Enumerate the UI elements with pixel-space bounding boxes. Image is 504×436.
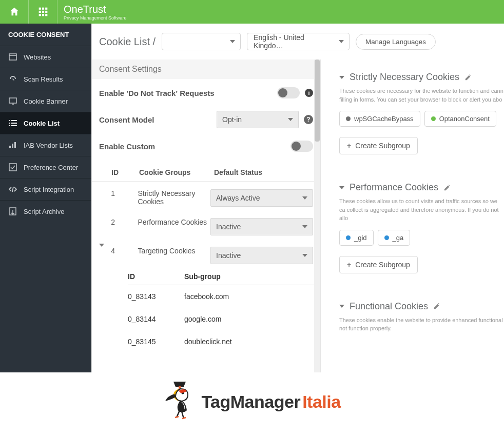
section-heading: Consent Settings	[92, 60, 320, 79]
sidebar-item-script-archive[interactable]: Script Archive	[0, 200, 91, 222]
svg-rect-16	[11, 123, 17, 124]
setting-label-custom: Enable Custom	[99, 142, 155, 151]
sidebar-item-preference-center[interactable]: Preference Center	[0, 156, 91, 178]
category-description: These cookies are necessary for the webs…	[339, 87, 504, 104]
subgroup-row[interactable]: 0_83144 google.com	[128, 308, 320, 330]
brand-name: OneTrust	[64, 4, 127, 15]
chevron-down-icon	[302, 225, 307, 228]
chart-icon	[8, 141, 17, 150]
sidebar-item-label: Websites	[24, 53, 51, 61]
edit-icon[interactable]	[464, 74, 472, 81]
breadcrumb: Cookie List /	[99, 36, 156, 48]
collapse-icon[interactable]	[339, 76, 344, 79]
table-row[interactable]: 4 Targeting Cookies Inactive	[92, 240, 320, 268]
tagmanageritalia-logo: TagManagerItalia	[163, 380, 340, 424]
collapse-icon[interactable]	[99, 247, 111, 255]
collapse-icon[interactable]	[339, 186, 344, 189]
manage-languages-button[interactable]: Manage Languages	[356, 34, 436, 50]
subcol-name: Sub-group	[184, 272, 320, 281]
archive-icon	[8, 207, 17, 216]
table-row[interactable]: 2 Performance Cookies Inactive	[92, 211, 320, 240]
plus-icon: +	[347, 261, 351, 269]
chevron-down-icon	[302, 254, 307, 257]
custom-toggle[interactable]	[290, 141, 313, 152]
cookie-chip[interactable]: OptanonConsent	[424, 111, 496, 127]
table-row[interactable]: 1 Strictly Necessary Cookies Always Acti…	[92, 182, 320, 211]
create-subgroup-button[interactable]: +Create Subgroup	[339, 137, 418, 154]
sidebar-item-label: Script Integration	[24, 186, 74, 193]
sidebar-item-label: Script Archive	[24, 208, 64, 215]
sidebar-item-iab[interactable]: IAB Vendor Lists	[0, 134, 91, 156]
category-block: Performance Cookies These cookies allow …	[339, 182, 504, 287]
cookie-chip[interactable]: _ga	[378, 230, 411, 246]
language-select[interactable]: English - United Kingdo…	[247, 33, 350, 50]
status-dot	[431, 116, 436, 121]
create-subgroup-button[interactable]: +Create Subgroup	[339, 256, 418, 273]
svg-rect-9	[9, 54, 16, 60]
sidebar-item-cookie-list[interactable]: Cookie List	[0, 112, 91, 134]
category-title: Functional Cookies	[350, 301, 428, 312]
svg-rect-14	[11, 120, 17, 121]
subgroup-row[interactable]: 0_83145 doubleclick.net	[128, 330, 320, 353]
sidebar-item-websites[interactable]: Websites	[0, 46, 91, 68]
category-description: These cookies allow us to count visits a…	[339, 197, 504, 223]
category-block: Functional Cookies These cookies enable …	[339, 301, 504, 333]
setting-label-model: Consent Model	[99, 115, 154, 124]
status-select[interactable]: Inactive	[210, 247, 313, 264]
footer: TagManagerItalia	[0, 372, 504, 436]
chevron-down-icon	[230, 40, 235, 43]
check-square-icon	[8, 163, 17, 172]
dnt-toggle[interactable]	[277, 87, 300, 98]
cookie-groups-table: ID Cookie Groups Default Status 1 Strict…	[92, 163, 320, 353]
chevron-down-icon	[339, 40, 344, 43]
woodpecker-icon	[163, 380, 199, 424]
status-select[interactable]: Always Active	[210, 189, 313, 207]
sidebar-item-cookie-banner[interactable]: Cookie Banner	[0, 90, 91, 112]
status-select[interactable]: Inactive	[210, 218, 313, 235]
status-dot	[384, 235, 389, 240]
apps-icon[interactable]	[29, 0, 57, 24]
edit-icon[interactable]	[433, 303, 440, 310]
svg-rect-11	[9, 98, 16, 103]
category-block: Strictly Necessary Cookies These cookies…	[339, 72, 504, 168]
list-icon	[8, 118, 17, 128]
edit-icon[interactable]	[443, 184, 451, 191]
svg-rect-22	[9, 164, 16, 171]
svg-rect-17	[9, 125, 10, 126]
cookie-chip[interactable]: wpSGCacheBypass	[339, 111, 420, 127]
consent-model-select[interactable]: Opt-in	[217, 111, 299, 128]
cookie-chip[interactable]: _gid	[339, 230, 374, 246]
collapse-icon[interactable]	[339, 305, 344, 308]
categories-pane: Strictly Necessary Cookies These cookies…	[321, 60, 504, 372]
help-icon[interactable]: ?	[304, 115, 313, 124]
category-title: Strictly Necessary Cookies	[350, 72, 459, 83]
setting-label-dnt: Enable 'Do Not Track' Requests	[99, 89, 215, 97]
category-description: These cookies enable the website to prov…	[339, 316, 504, 333]
subgroup-row[interactable]: 0_83143 facebook.com	[128, 285, 320, 308]
svg-rect-2	[45, 8, 47, 10]
status-dot	[346, 235, 351, 240]
sidebar-item-script-integration[interactable]: Script Integration	[0, 178, 91, 200]
svg-rect-20	[12, 144, 13, 148]
home-icon[interactable]	[0, 0, 29, 24]
status-dot	[346, 116, 351, 121]
svg-rect-13	[9, 120, 10, 121]
window-icon	[8, 52, 17, 62]
brand-tagline: Privacy Management Software	[64, 15, 127, 21]
svg-rect-8	[45, 14, 47, 16]
col-id: ID	[111, 168, 139, 176]
category-title: Performance Cookies	[350, 182, 438, 193]
site-select[interactable]	[162, 33, 241, 50]
sidebar-item-label: Cookie List	[24, 120, 60, 127]
svg-rect-1	[42, 8, 44, 10]
sidebar-item-scan-results[interactable]: Scan Results	[0, 68, 91, 90]
svg-rect-6	[38, 14, 41, 16]
info-icon[interactable]: i	[305, 89, 313, 97]
col-groups: Cookie Groups	[139, 168, 214, 176]
svg-rect-5	[45, 11, 47, 13]
sidebar-item-label: Preference Center	[24, 164, 78, 171]
svg-rect-0	[38, 8, 41, 10]
settings-pane: Consent Settings Enable 'Do Not Track' R…	[92, 60, 321, 372]
scrollbar[interactable]	[314, 60, 320, 372]
logo-text-1: TagManager	[201, 392, 300, 412]
